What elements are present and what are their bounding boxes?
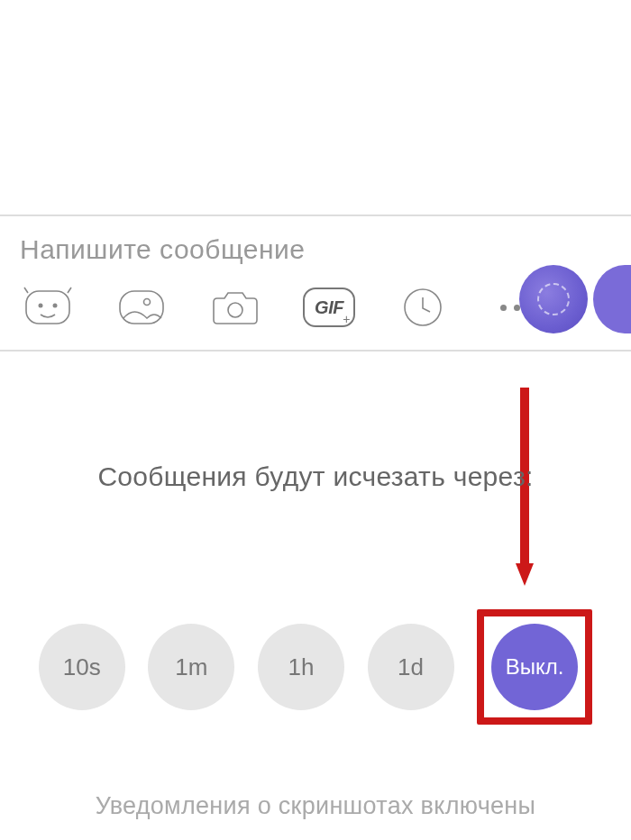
gif-icon[interactable]: GIF: [301, 281, 357, 333]
timer-option-10s[interactable]: 10s: [39, 624, 125, 710]
camera-icon[interactable]: [207, 281, 263, 333]
timer-option-1h[interactable]: 1h: [258, 624, 344, 710]
screenshot-notification-status: Уведомления о скриншотах включены: [0, 792, 631, 820]
disappearing-messages-panel: Сообщения будут исчезать через: 10s 1m 1…: [0, 379, 631, 725]
svg-point-2: [53, 304, 58, 308]
svg-point-1: [39, 304, 43, 308]
svg-rect-3: [120, 291, 163, 324]
timer-options-row: 10s 1m 1h 1d Выкл.: [9, 609, 622, 725]
annotation-highlight-box: Выкл.: [477, 609, 592, 725]
timer-option-off[interactable]: Выкл.: [491, 624, 578, 710]
svg-rect-0: [26, 291, 69, 324]
timer-option-1d[interactable]: 1d: [368, 624, 454, 710]
sticker-icon[interactable]: [20, 281, 76, 333]
voice-record-button[interactable]: [519, 265, 588, 333]
clock-icon[interactable]: [395, 281, 451, 333]
message-input[interactable]: Напишите сообщение: [20, 234, 620, 265]
timer-title: Сообщения будут исчезать через:: [9, 461, 622, 492]
gallery-icon[interactable]: [114, 281, 169, 333]
message-composer: Напишите сообщение GI: [0, 215, 631, 352]
timer-option-1m[interactable]: 1m: [148, 624, 234, 710]
svg-point-5: [228, 303, 242, 317]
svg-point-4: [144, 299, 151, 306]
